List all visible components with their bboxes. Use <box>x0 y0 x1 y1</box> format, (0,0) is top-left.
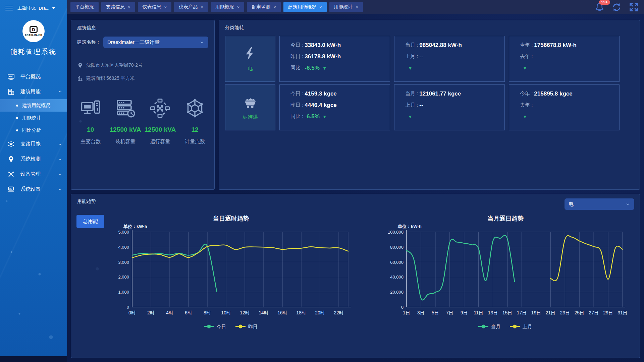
svg-text:10时: 10时 <box>221 310 231 315</box>
line-value: 36178.8 kW·h <box>305 53 341 60</box>
svg-text:20时: 20时 <box>315 310 325 315</box>
sidebar-item-平台概况[interactable]: 平台概况 <box>0 69 67 84</box>
chart-title: 当月逐日趋势 <box>383 215 628 223</box>
chevron-up-icon <box>58 89 62 94</box>
tab-bar: 平台概况支路信息×仪表信息×仪表产品×用能概况×配电监测×建筑用能概况×用能统计… <box>70 2 363 12</box>
stat-label: 计量点数 <box>177 138 212 145</box>
chart-canvas-1: 020,00040,00060,00080,000100,0001日3日5日7日… <box>383 227 628 335</box>
tab-label: 支路信息 <box>106 4 125 10</box>
category-energy-panel: 分类能耗 电今日 : 33843.0 kW·h昨日 : 36178.8 kW·h… <box>219 20 640 190</box>
svg-text:19日: 19日 <box>531 310 541 315</box>
energy-card-line: 同比 : -6.5%▼ <box>290 113 390 120</box>
tab-配电监测[interactable]: 配电监测× <box>247 2 281 12</box>
sidebar-subitem-用能统计[interactable]: 用能统计 <box>0 112 67 124</box>
category-name: 电 <box>248 65 253 72</box>
energy-card-line: ▼ <box>405 64 504 72</box>
svg-text:4时: 4时 <box>166 310 173 315</box>
svg-text:14时: 14时 <box>259 310 269 315</box>
sidebar-item-系统检测[interactable]: 系统检测 <box>0 152 67 167</box>
app-root: 主题|中文 Dra... D DRAXLMAIER 能耗管理系统 平台概况建筑用… <box>0 0 644 362</box>
line-value: 4446.4 kgce <box>305 102 336 109</box>
svg-text:1,000: 1,000 <box>118 290 129 295</box>
tab-仪表信息[interactable]: 仪表信息× <box>138 2 172 12</box>
notification-badge: 99+ <box>599 0 610 5</box>
chart-当日逐时趋势: 当日逐时趋势单位：kW·h01,0002,0003,0004,0005,0000… <box>109 215 354 335</box>
energy-card: 今日 : 33843.0 kW·h昨日 : 36178.8 kW·h同比 : -… <box>279 36 390 82</box>
svg-text:8时: 8时 <box>204 310 211 315</box>
chart-canvas-0: 01,0002,0003,0004,0005,0000时2时4时6时8时10时1… <box>109 227 354 335</box>
sidebar-item-支路用能[interactable]: 支路用能 <box>0 136 67 152</box>
energy-card-line: 当月 : 121061.77 kgce <box>405 90 504 98</box>
notification-bell-icon[interactable]: 99+ <box>595 2 604 12</box>
stat-value: 12500 kVA <box>108 126 143 133</box>
profile-label: Dra... <box>39 6 49 11</box>
energy-trend-panel: 用能趋势 电 总用能 当日逐时趋势单位：kW·h01,0002,0003,000… <box>71 194 640 358</box>
topbar: 平台概况支路信息×仪表信息×仪表产品×用能概况×配电监测×建筑用能概况×用能统计… <box>67 0 644 14</box>
building-name-value: Draexlmaier一二级计量 <box>107 39 160 46</box>
theme-selector[interactable]: 主题|中文 Dra... <box>17 5 55 11</box>
line-label: 当月 : <box>405 90 418 97</box>
energy-card-line: 昨日 : 4446.4 kgce <box>290 101 390 109</box>
svg-text:5日: 5日 <box>432 310 439 315</box>
stat-运行容量: 12500 kVA运行容量 <box>143 97 178 145</box>
refresh-icon[interactable] <box>612 2 622 12</box>
svg-text:80,000: 80,000 <box>390 245 404 250</box>
tab-仪表产品[interactable]: 仪表产品× <box>174 2 208 12</box>
menu-toggle-icon[interactable] <box>5 4 13 12</box>
tab-建筑用能概况[interactable]: 建筑用能概况× <box>283 2 327 12</box>
tab-用能统计[interactable]: 用能统计× <box>329 2 363 12</box>
sidebar-subitem-同比分析[interactable]: 同比分析 <box>0 124 67 136</box>
series-今日 <box>132 244 217 291</box>
tab-close-icon[interactable]: × <box>319 5 322 10</box>
category-rows: 电今日 : 33843.0 kW·h昨日 : 36178.8 kW·h同比 : … <box>219 31 640 130</box>
chart-当月逐日趋势: 当月逐日趋势单位：kW·h020,00040,00060,00080,00010… <box>383 215 628 335</box>
tab-close-icon[interactable]: × <box>164 5 167 10</box>
total-energy-button[interactable]: 总用能 <box>76 215 104 228</box>
svg-text:5,000: 5,000 <box>118 230 129 235</box>
location-pin-icon <box>77 62 83 69</box>
app-title: 能耗管理系统 <box>0 47 67 56</box>
svg-text:22时: 22时 <box>334 310 344 315</box>
energy-card: 今年 : 1756678.8 kW·h去年 : ▼ <box>509 36 620 82</box>
building-info-panel: 建筑信息 建筑名称： Draexlmaier一二级计量 沈阳市大东区大望街70-… <box>71 20 215 190</box>
line-label: 上月 : <box>405 53 418 60</box>
fullscreen-icon[interactable] <box>629 2 639 12</box>
category-energy-title: 分类能耗 <box>219 20 640 31</box>
sidebar-item-建筑用能[interactable]: 建筑用能 <box>0 84 67 99</box>
sidebar-subitem-建筑用能概况[interactable]: 建筑用能概况 <box>0 99 67 112</box>
tab-label: 配电监测 <box>252 4 270 10</box>
line-label: 去年 : <box>520 53 533 60</box>
building-address: 沈阳市大东区大望街70-2号 <box>86 62 143 68</box>
chevron-down-icon <box>58 172 62 176</box>
tab-close-icon[interactable]: × <box>273 5 276 10</box>
svg-text:15日: 15日 <box>502 310 513 315</box>
svg-text:9日: 9日 <box>461 310 468 315</box>
building-name-select[interactable]: Draexlmaier一二级计量 <box>103 37 208 48</box>
tools-icon <box>7 171 15 178</box>
sidebar-item-设备管理[interactable]: 设备管理 <box>0 167 67 182</box>
svg-text:100,000: 100,000 <box>388 230 404 235</box>
line-value: -- <box>419 102 423 109</box>
category-tile-电[interactable]: 电 <box>225 36 275 82</box>
tab-支路信息[interactable]: 支路信息× <box>101 2 135 12</box>
sidebar-item-系统设置[interactable]: 系统设置 <box>0 182 67 197</box>
tab-close-icon[interactable]: × <box>237 5 240 10</box>
category-tile-标准煤[interactable]: 标准煤 <box>225 84 275 130</box>
series-上月 <box>550 236 623 281</box>
energy-type-select[interactable]: 电 <box>565 198 634 210</box>
stat-label: 装机容量 <box>108 138 143 145</box>
tab-label: 平台概况 <box>75 4 94 10</box>
tab-close-icon[interactable]: × <box>356 5 359 10</box>
energy-card-line: 上月 : -- <box>405 101 504 109</box>
tab-close-icon[interactable]: × <box>201 5 203 10</box>
bullet-icon <box>16 105 18 107</box>
tab-用能概况[interactable]: 用能概况× <box>211 2 245 12</box>
stat-装机容量: 12500 kVA装机容量 <box>108 97 143 145</box>
sidebar-item-label: 平台概况 <box>20 73 41 80</box>
tab-label: 用能统计 <box>334 4 353 10</box>
tab-平台概况[interactable]: 平台概况 <box>70 2 99 12</box>
tab-close-icon[interactable]: × <box>128 5 130 10</box>
caret-down-icon <box>52 7 55 9</box>
stat-value: 10 <box>73 126 108 133</box>
svg-text:12时: 12时 <box>240 310 250 315</box>
